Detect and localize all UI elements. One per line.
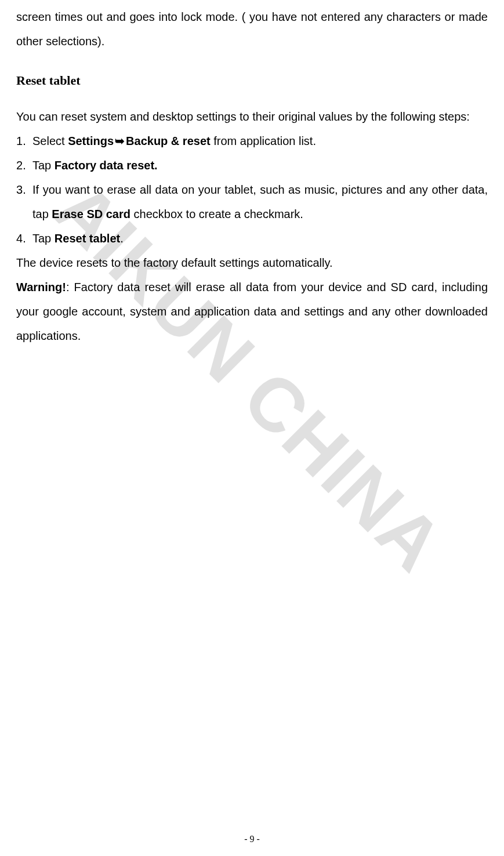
page-content: screen times out and goes into lock mode…: [16, 5, 488, 348]
arrow-icon: ➥: [114, 129, 126, 153]
step-bold: Reset tablet: [55, 232, 120, 245]
step-2: Tap Factory data reset.: [16, 153, 488, 177]
warning-text: : Factory data reset will erase all data…: [16, 281, 488, 342]
step-text: Tap: [32, 159, 55, 172]
warning-paragraph: Warning!: Factory data reset will erase …: [16, 275, 488, 348]
step-1: Select Settings➥Backup & reset from appl…: [16, 129, 488, 153]
step-bold: Settings: [68, 135, 114, 147]
step-3: If you want to erase all data on your ta…: [16, 177, 488, 226]
intro-paragraph: You can reset system and desktop setting…: [16, 104, 488, 129]
top-fragment: screen times out and goes into lock mode…: [16, 5, 488, 53]
page-number: - 9 -: [0, 834, 504, 844]
step-text-post: .: [120, 232, 124, 245]
step-bold-2: Backup & reset: [126, 135, 211, 147]
step-text: Select: [32, 135, 68, 147]
step-4: Tap Reset tablet.: [16, 226, 488, 251]
step-bold: Factory data reset.: [55, 159, 158, 172]
step-bold: Erase SD card: [52, 208, 130, 220]
step-text-post: from application list.: [211, 135, 316, 147]
step-text-post: checkbox to create a checkmark.: [130, 208, 303, 220]
warning-label: Warning!: [16, 281, 66, 293]
after-steps-paragraph: The device resets to the factory default…: [16, 251, 488, 275]
section-heading-reset-tablet: Reset tablet: [16, 73, 488, 88]
step-text: Tap: [32, 232, 55, 245]
steps-list: Select Settings➥Backup & reset from appl…: [16, 129, 488, 251]
